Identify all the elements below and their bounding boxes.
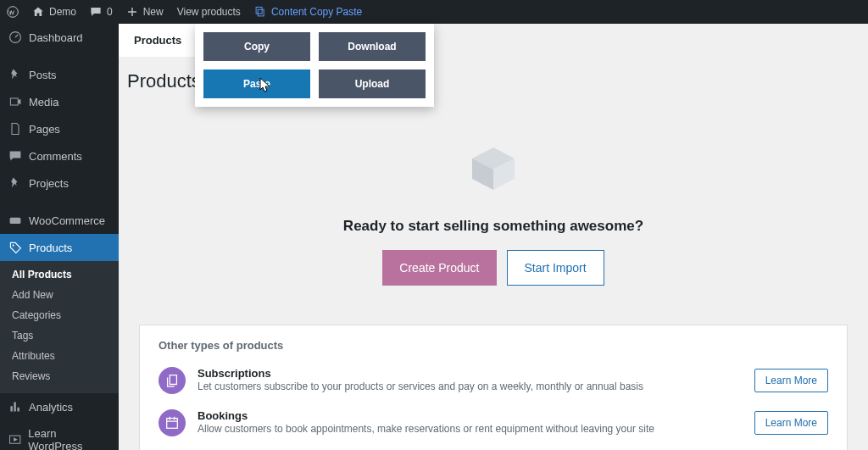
sidebar-item-comments[interactable]: Comments <box>0 142 119 169</box>
sidebar-item-projects[interactable]: Projects <box>0 169 119 197</box>
sidebar-item-label: Dashboard <box>29 31 83 44</box>
subscription-icon <box>159 367 186 394</box>
play-icon <box>8 433 21 447</box>
other-products-heading: Other types of products <box>159 339 828 352</box>
projects-icon <box>8 176 22 190</box>
sidebar-item-pages[interactable]: Pages <box>0 115 119 142</box>
sidebar-item-label: Analytics <box>29 401 73 414</box>
suggestion-title: Subscriptions <box>198 367 732 380</box>
suggestion-title: Bookings <box>198 409 732 422</box>
sidebar-item-label: Projects <box>29 177 69 190</box>
sidebar-item-label: Comments <box>29 150 82 163</box>
wordpress-icon <box>7 6 19 18</box>
admin-sidebar: Dashboard Posts Media Pages Comments Pro… <box>0 24 119 450</box>
suggestion-bookings: Bookings Allow customers to book appoint… <box>159 409 828 436</box>
svg-rect-4 <box>10 218 21 224</box>
submenu-add-new[interactable]: Add New <box>0 285 119 305</box>
onboarding-block: Ready to start selling something awesome… <box>119 143 868 286</box>
adminbar-comments-count: 0 <box>107 6 113 18</box>
dashboard-icon <box>8 31 22 44</box>
sidebar-item-label: Products <box>29 242 72 254</box>
submenu-tags[interactable]: Tags <box>0 325 119 346</box>
sidebar-item-media[interactable]: Media <box>0 88 119 115</box>
media-icon <box>8 95 22 108</box>
start-import-button[interactable]: Start Import <box>507 250 604 286</box>
suggestion-subscriptions: Subscriptions Let customers subscribe to… <box>159 367 828 394</box>
create-product-button[interactable]: Create Product <box>382 250 496 286</box>
svg-point-0 <box>8 7 19 18</box>
suggestion-desc: Allow customers to book appointments, ma… <box>198 422 732 436</box>
svg-rect-2 <box>256 7 262 14</box>
products-icon <box>8 241 22 254</box>
sidebar-item-label: Learn WordPress <box>28 427 110 450</box>
adminbar-ccp-label: Content Copy Paste <box>271 6 362 18</box>
sidebar-item-label: Media <box>29 96 58 108</box>
analytics-icon <box>8 400 22 414</box>
submenu-reviews[interactable]: Reviews <box>0 366 119 386</box>
comment-icon <box>90 6 102 18</box>
sidebar-item-analytics[interactable]: Analytics <box>0 393 119 420</box>
woocommerce-icon <box>8 214 22 227</box>
comment-icon <box>8 149 22 163</box>
sidebar-item-posts[interactable]: Posts <box>0 61 119 88</box>
sidebar-submenu-products: All Products Add New Categories Tags Att… <box>0 261 119 393</box>
suggestion-desc: Let customers subscribe to your products… <box>198 380 732 394</box>
product-box-icon <box>464 143 523 194</box>
adminbar-view-products[interactable]: View products <box>170 0 248 24</box>
submenu-attributes[interactable]: Attributes <box>0 346 119 366</box>
svg-rect-1 <box>258 9 264 16</box>
onboarding-heading: Ready to start selling something awesome… <box>119 218 868 235</box>
wp-logo[interactable] <box>0 0 25 24</box>
sidebar-item-learn[interactable]: Learn WordPress <box>0 420 119 450</box>
sidebar-item-label: WooCommerce <box>29 214 105 227</box>
bookings-icon <box>159 409 186 436</box>
adminbar-site-label: Demo <box>49 6 76 18</box>
sidebar-item-dashboard[interactable]: Dashboard <box>0 24 119 51</box>
adminbar-view-products-label: View products <box>177 6 241 18</box>
copy-icon <box>254 6 266 18</box>
adminbar-site[interactable]: Demo <box>25 0 83 24</box>
ccp-paste-button[interactable]: Paste <box>203 69 310 98</box>
pin-icon <box>8 68 22 81</box>
learn-more-button[interactable]: Learn More <box>754 411 828 435</box>
ccp-upload-button[interactable]: Upload <box>319 69 426 98</box>
adminbar-content-copy-paste[interactable]: Content Copy Paste <box>248 0 369 24</box>
ccp-copy-button[interactable]: Copy <box>203 32 310 61</box>
page-icon <box>8 122 22 136</box>
other-products-panel: Other types of products Subscriptions Le… <box>139 325 848 450</box>
ccp-dropdown: Copy Download Paste Upload <box>195 24 434 107</box>
admin-bar: Demo 0 New View products Content Copy Pa… <box>0 0 868 24</box>
svg-point-5 <box>13 245 14 247</box>
sidebar-item-label: Posts <box>29 69 57 81</box>
sidebar-item-woocommerce[interactable]: WooCommerce <box>0 207 119 234</box>
submenu-categories[interactable]: Categories <box>0 305 119 325</box>
screen-tab-products[interactable]: Products <box>119 24 197 57</box>
submenu-all-products[interactable]: All Products <box>0 264 119 285</box>
home-icon <box>32 6 44 18</box>
sidebar-item-label: Pages <box>29 123 60 136</box>
sidebar-item-products[interactable]: Products <box>0 234 119 261</box>
svg-rect-8 <box>167 419 178 429</box>
ccp-download-button[interactable]: Download <box>319 32 426 61</box>
adminbar-new[interactable]: New <box>120 0 170 24</box>
adminbar-comments[interactable]: 0 <box>83 0 120 24</box>
adminbar-new-label: New <box>143 6 164 18</box>
learn-more-button[interactable]: Learn More <box>754 369 828 392</box>
plus-icon <box>126 6 138 18</box>
